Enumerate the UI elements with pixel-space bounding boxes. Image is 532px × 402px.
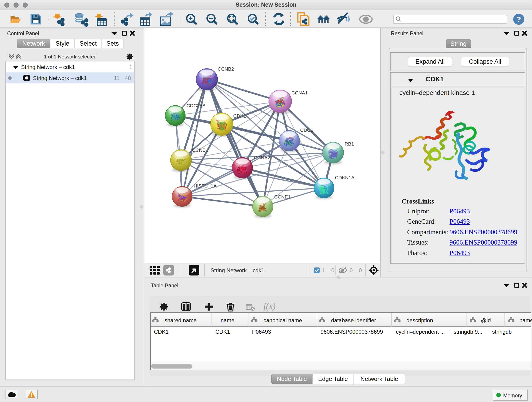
- svg-text:CCNE1: CCNE1: [274, 194, 291, 199]
- svg-text:CCNB1: CCNB1: [192, 147, 208, 153]
- svg-text:CDKN1A: CDKN1A: [335, 175, 355, 180]
- svg-text:CDC25B: CDC25B: [186, 103, 206, 108]
- svg-text:CCNA1: CCNA1: [291, 90, 308, 95]
- svg-text:CDC6: CDC6: [300, 128, 313, 133]
- svg-text:RB1: RB1: [345, 141, 354, 147]
- svg-text:CCNA2: CCNA2: [254, 155, 270, 160]
- svg-text:HIST1H1A: HIST1H1A: [194, 183, 216, 188]
- svg-text:CDK1: CDK1: [233, 113, 246, 119]
- svg-text:CCNB2: CCNB2: [218, 66, 234, 71]
- svg-text:?: ?: [516, 15, 521, 23]
